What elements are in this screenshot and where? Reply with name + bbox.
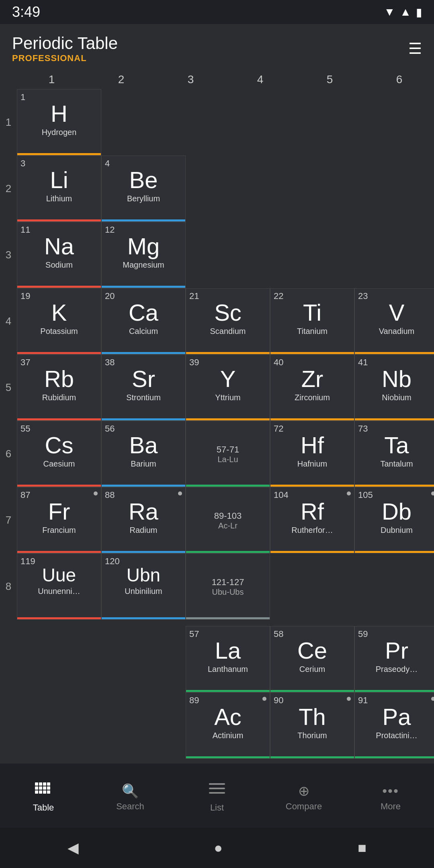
empty-1-5 xyxy=(354,89,434,156)
row-num-4: 4 xyxy=(0,288,17,354)
empty-1-4 xyxy=(270,89,354,156)
element-Rb[interactable]: 37 Rb Rubidium xyxy=(17,354,101,421)
nav-more[interactable]: ••• More xyxy=(347,777,434,815)
list-icon xyxy=(209,782,225,800)
app-subtitle: PROFESSIONAL xyxy=(12,53,118,63)
nav-table[interactable]: Table xyxy=(0,776,87,816)
element-Nb[interactable]: 41 Nb Niobium xyxy=(354,354,434,421)
column-headers: 1 2 3 4 5 6 xyxy=(0,70,434,89)
empty-2-5 xyxy=(354,156,434,222)
battery-icon: ▮ xyxy=(416,6,422,19)
element-La[interactable]: 57 La Lanthanum xyxy=(186,626,270,692)
element-Pr[interactable]: 59 Pr Praseody… xyxy=(354,626,434,692)
row-num-6: 6 xyxy=(0,421,17,487)
more-icon: ••• xyxy=(382,783,399,799)
period-row-2: 2 3 Li Lithium 4 Be Beryllium xyxy=(0,156,434,222)
element-Hf[interactable]: 72 Hf Hafnium xyxy=(270,421,354,487)
status-bar: 3:49 ▼ ▲ ▮ xyxy=(0,0,434,24)
element-Db[interactable]: 105 Db Dubnium xyxy=(354,487,434,553)
separator xyxy=(0,620,434,626)
nav-items: Table 🔍 Search List ⊕ Compare ••• More xyxy=(0,764,434,828)
element-Rf[interactable]: 104 Rf Rutherfor… xyxy=(270,487,354,553)
row-num-5: 5 xyxy=(0,354,17,421)
row-num-2: 2 xyxy=(0,156,17,222)
row-num-3: 3 xyxy=(0,222,17,288)
element-Mg[interactable]: 12 Mg Magnesium xyxy=(101,222,186,288)
svg-rect-0 xyxy=(35,782,38,786)
nav-compare[interactable]: ⊕ Compare xyxy=(260,776,347,815)
col-5: 5 xyxy=(295,70,364,89)
svg-rect-1 xyxy=(39,782,42,786)
empty-3-4 xyxy=(270,222,354,288)
row-num-actinide xyxy=(0,692,17,759)
element-Ca[interactable]: 20 Ca Calcium xyxy=(101,288,186,354)
svg-rect-2 xyxy=(43,782,46,786)
element-Ubn[interactable]: 120 Ubn Unbinilium xyxy=(101,553,186,620)
app-title: Periodic Table xyxy=(12,34,118,53)
element-Sc[interactable]: 21 Sc Scandium xyxy=(186,288,270,354)
svg-rect-8 xyxy=(35,790,38,794)
actinide-row: 89 Ac Actinium 90 Th Thorium 91 Pa Prota… xyxy=(0,692,434,759)
recents-button[interactable]: ■ xyxy=(358,839,366,856)
status-icons: ▼ ▲ ▮ xyxy=(384,6,422,19)
empty-2-4 xyxy=(270,156,354,222)
col-6: 6 xyxy=(364,70,434,89)
lanthanide-row: 57 La Lanthanum 58 Ce Cerium 59 Pr Prase… xyxy=(0,626,434,692)
element-Th[interactable]: 90 Th Thorium xyxy=(270,692,354,759)
range-Ac-Lr[interactable]: 89-103 Ac-Lr xyxy=(186,487,270,553)
element-Y[interactable]: 39 Y Yttrium xyxy=(186,354,270,421)
nav-list[interactable]: List xyxy=(174,776,260,816)
element-Na[interactable]: 11 Na Sodium xyxy=(17,222,101,288)
period-row-5: 5 37 Rb Rubidium 38 Sr Strontium 39 Y Yt… xyxy=(0,354,434,421)
range-La-Lu[interactable]: 57-71 La-Lu xyxy=(186,421,270,487)
col-3: 3 xyxy=(156,70,225,89)
nav-search[interactable]: 🔍 Search xyxy=(87,776,174,815)
element-Fr[interactable]: 87 Fr Francium xyxy=(17,487,101,553)
svg-rect-11 xyxy=(47,790,50,794)
wifi-icon: ▼ xyxy=(384,6,395,18)
element-Li[interactable]: 3 Li Lithium xyxy=(17,156,101,222)
empty-la-1 xyxy=(17,626,186,692)
empty-3-3 xyxy=(186,222,270,288)
signal-icon: ▲ xyxy=(400,6,411,18)
element-Ce[interactable]: 58 Ce Cerium xyxy=(270,626,354,692)
empty-ac-1 xyxy=(17,692,186,759)
bottom-nav: Table 🔍 Search List ⊕ Compare ••• More xyxy=(0,764,434,828)
svg-rect-5 xyxy=(39,786,42,790)
status-time: 3:49 xyxy=(12,4,40,20)
element-Ba[interactable]: 56 Ba Barium xyxy=(101,421,186,487)
nav-more-label: More xyxy=(381,801,401,812)
app-header: Periodic Table PROFESSIONAL ☰ xyxy=(0,24,434,70)
android-nav: ◀ ● ■ xyxy=(0,828,434,868)
range-Ubu-Ubs[interactable]: 121-127 Ubu-Ubs xyxy=(186,553,270,620)
empty-1-3 xyxy=(186,89,270,156)
period-row-8: 8 119 Uue Ununenni… 120 Ubn Unbinilium 1… xyxy=(0,553,434,620)
element-K[interactable]: 19 K Potassium xyxy=(17,288,101,354)
row-num-lanthanide xyxy=(0,626,17,692)
element-Cs[interactable]: 55 Cs Caesium xyxy=(17,421,101,487)
nav-list-label: List xyxy=(210,802,224,813)
element-Zr[interactable]: 40 Zr Zirconium xyxy=(270,354,354,421)
element-V[interactable]: 23 V Vanadium xyxy=(354,288,434,354)
filter-icon[interactable]: ☰ xyxy=(408,40,422,57)
element-Ac[interactable]: 89 Ac Actinium xyxy=(186,692,270,759)
col-2: 2 xyxy=(86,70,156,89)
element-Ti[interactable]: 22 Ti Titanium xyxy=(270,288,354,354)
svg-rect-15 xyxy=(209,783,213,785)
element-Ra[interactable]: 88 Ra Radium xyxy=(101,487,186,553)
search-icon: 🔍 xyxy=(122,783,139,799)
svg-rect-10 xyxy=(43,790,46,794)
element-Sr[interactable]: 38 Sr Strontium xyxy=(101,354,186,421)
back-button[interactable]: ◀ xyxy=(68,839,79,856)
empty-2-3 xyxy=(186,156,270,222)
period-row-4: 4 19 K Potassium 20 Ca Calcium 21 Sc Sca… xyxy=(0,288,434,354)
home-button[interactable]: ● xyxy=(214,839,223,856)
element-Ta[interactable]: 73 Ta Tantalum xyxy=(354,421,434,487)
element-Pa[interactable]: 91 Pa Protactini… xyxy=(354,692,434,759)
element-H[interactable]: 1 H Hydrogen xyxy=(17,89,101,156)
col-spacer xyxy=(0,70,17,89)
svg-rect-4 xyxy=(35,786,38,790)
row-num-1: 1 xyxy=(0,89,17,156)
element-Uue[interactable]: 119 Uue Ununenni… xyxy=(17,553,101,620)
element-Be[interactable]: 4 Be Beryllium xyxy=(101,156,186,222)
